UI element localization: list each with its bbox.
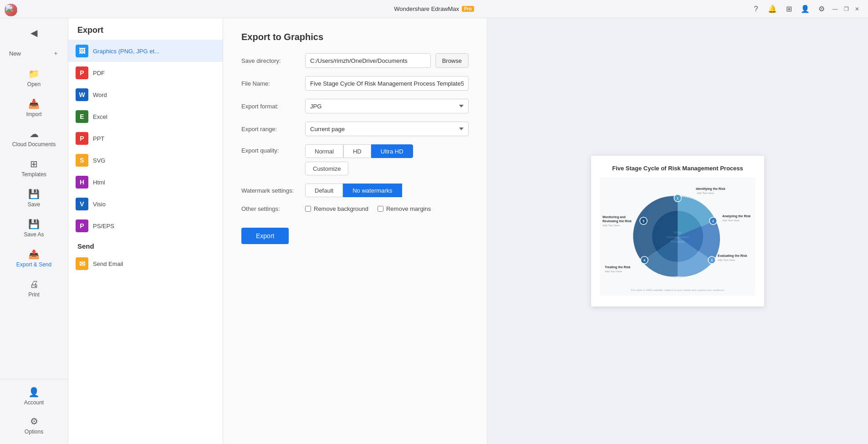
quality-hd-button[interactable]: HD [343,144,371,158]
other-settings-row: Other settings: Remove background Remove… [241,205,469,212]
watermark-default-button[interactable]: Default [305,184,343,197]
export-item-svg[interactable]: S SVG [68,149,223,171]
save-directory-label: Save directory: [241,57,301,64]
close-button[interactable]: ✕ [853,5,861,13]
quality-group: Normal HD Ultra HD Customize [305,144,413,175]
toolbar-person[interactable]: 👤 [799,3,812,15]
watermark-row: Watermark settings: Default No watermark… [241,184,469,197]
sidebar-item-options-label: Options [25,429,43,435]
sidebar-item-save[interactable]: 💾 Save [4,184,64,212]
export-item-pdf[interactable]: P PDF [68,62,223,84]
export-item-ppt-label: PPT [93,135,104,142]
export-item-graphics[interactable]: 🖼 Graphics (PNG, JPG et... [68,40,223,62]
sidebar-item-new[interactable]: New ＋ [4,45,64,62]
preview-diagram: Risk Management Process 1 [600,177,755,296]
toolbar-bell[interactable]: 🔔 [766,3,779,15]
export-item-pseps[interactable]: P PS/EPS [68,215,223,237]
svg-text:5: 5 [643,219,644,223]
svg-text:Analyzing the Risk: Analyzing the Risk [722,214,751,218]
export-item-html[interactable]: H Html [68,171,223,193]
quality-ultrahd-button[interactable]: Ultra HD [371,144,413,158]
export-item-ppt[interactable]: P PPT [68,128,223,149]
sidebar-item-templates[interactable]: ⊞ Templates [4,154,64,182]
maximize-button[interactable]: ❐ [842,5,850,13]
svg-text:Add Text Here: Add Text Here [722,219,740,222]
quality-normal-button[interactable]: Normal [305,144,343,158]
svg-text:Add Text Here: Add Text Here [605,270,623,273]
export-item-html-label: Html [93,179,105,186]
export-item-visio[interactable]: V Visio [68,193,223,215]
svg-text:4: 4 [643,259,645,262]
svg-text:Add Text Here: Add Text Here [602,224,620,227]
export-submit-button[interactable]: Export [241,228,289,244]
sidebar-item-open[interactable]: 📁 Open [4,64,64,92]
export-item-graphics-label: Graphics (PNG, JPG et... [93,48,159,55]
excel-icon: E [76,110,88,123]
export-item-word[interactable]: W Word [68,84,223,106]
sidebar-item-open-label: Open [27,81,41,87]
export-item-svg-label: SVG [93,157,105,164]
export-format-select[interactable]: JPG PNG BMP SVG TIFF [305,99,469,113]
watermark-label: Watermark settings: [241,187,301,194]
sidebar-item-export-label: Export & Send [16,261,51,268]
export-format-row: Export format: JPG PNG BMP SVG TIFF [241,99,469,113]
app-title: Wondershare EdrawMax [394,5,459,12]
saveas-icon: 💾 [28,219,40,230]
svg-text:Treating the Risk: Treating the Risk [605,265,631,269]
save-directory-input[interactable] [305,53,431,68]
options-icon: ⚙ [30,416,38,427]
export-quality-label: Export quality: [241,147,301,154]
sidebar-item-print[interactable]: 🖨 Print [4,275,64,302]
watermark-none-button[interactable]: No watermarks [343,184,402,197]
export-panel: Export 🖼 Graphics (PNG, JPG et... P PDF … [68,18,223,444]
remove-background-checkbox[interactable] [305,206,311,212]
export-range-select[interactable]: Current page All pages Selected [305,122,469,136]
svg-text:Add Text Here: Add Text Here [718,259,735,261]
preview-title: Five Stage Cycle of Risk Management Proc… [600,165,755,172]
export-range-label: Export range: [241,126,301,133]
sidebar-item-new-label: New [9,50,21,57]
export-item-pdf-label: PDF [93,70,105,77]
sidebar-item-import[interactable]: 📥 Import [4,94,64,122]
export-item-excel[interactable]: E Excel [68,106,223,128]
toolbar-apps[interactable]: ⊞ [782,3,795,15]
other-settings-label: Other settings: [241,205,301,212]
pdf-icon: P [76,66,88,79]
export-item-email[interactable]: ✉ Send Email [68,253,223,275]
export-format-label: Export format: [241,103,301,110]
remove-margins-label[interactable]: Remove margins [378,205,431,212]
browse-button[interactable]: Browse [435,53,469,68]
titlebar: Wondershare EdrawMax Pro ? 🔔 ⊞ 👤 ⚙ — ❐ ✕ [0,0,868,18]
html-icon: H [76,176,88,189]
sidebar-back-button[interactable]: ◀ [4,23,64,43]
remove-margins-checkbox[interactable] [378,206,383,212]
customize-button[interactable]: Customize [305,162,348,175]
file-name-input[interactable] [305,76,469,91]
sidebar-item-save-label: Save [28,201,40,208]
sidebar-item-account[interactable]: 👤 Account [4,382,64,410]
sidebar-item-export[interactable]: 📤 Export & Send [4,244,64,272]
checkbox-group: Remove background Remove margins [305,205,431,212]
pseps-icon: P [76,219,88,232]
avatar [5,4,17,16]
cloud-icon: ☁ [30,128,39,139]
toolbar-help[interactable]: ? [750,3,762,15]
minimize-button[interactable]: — [832,5,839,13]
form-title: Export to Graphics [241,32,469,42]
plus-icon: ＋ [53,49,59,57]
word-icon: W [76,88,88,101]
quality-buttons: Normal HD Ultra HD [305,144,413,158]
templates-icon: ⊞ [30,158,38,169]
sidebar-item-cloud[interactable]: ☁ Cloud Documents [4,124,64,152]
email-icon: ✉ [76,257,88,270]
sidebar-item-import-label: Import [26,111,41,117]
export-icon: 📤 [28,249,40,260]
remove-background-label[interactable]: Remove background [305,205,368,212]
export-item-visio-label: Visio [93,201,106,208]
sidebar: ◀ New ＋ 📁 Open 📥 Import ☁ Cloud Document… [0,18,68,444]
sidebar-item-saveas[interactable]: 💾 Save As [4,214,64,242]
sidebar-item-cloud-label: Cloud Documents [12,141,56,148]
sidebar-item-options[interactable]: ⚙ Options [4,411,64,439]
toolbar-settings[interactable]: ⚙ [815,3,828,15]
svg-text:2: 2 [712,219,714,223]
